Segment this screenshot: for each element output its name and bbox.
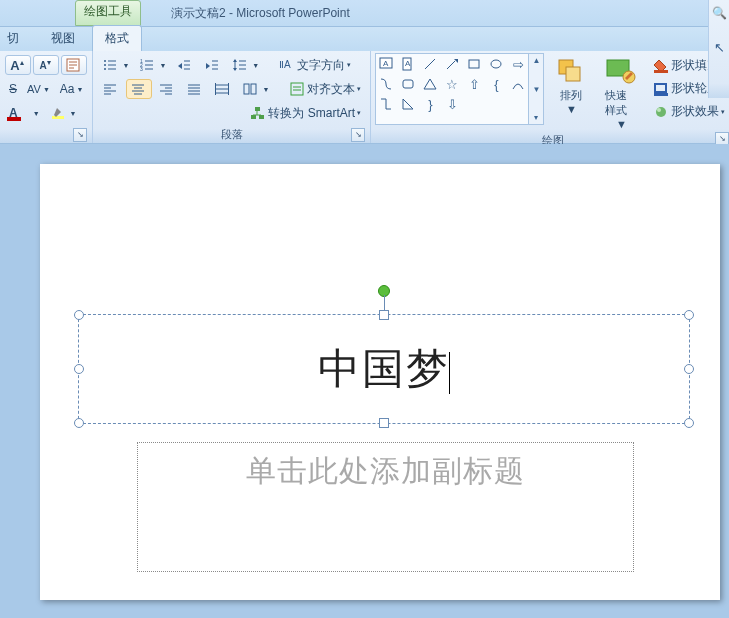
svg-marker-74: [403, 99, 413, 109]
find-icon[interactable]: 🔍: [712, 6, 727, 20]
svg-rect-81: [654, 93, 668, 96]
tab-format[interactable]: 格式: [92, 25, 142, 51]
shape-rbrace-icon[interactable]: }: [422, 96, 438, 112]
clear-format-icon: [65, 57, 81, 73]
line-spacing-button[interactable]: ▼: [228, 55, 263, 75]
align-justify-button[interactable]: [182, 79, 208, 99]
tab-cut[interactable]: 切: [4, 25, 22, 51]
shape-star-icon[interactable]: ☆: [444, 76, 460, 92]
svg-line-67: [425, 59, 435, 69]
title-placeholder[interactable]: 中国梦: [78, 314, 690, 424]
shapes-gallery[interactable]: A A ⇨ ☆ ⇧ { } ⇩: [375, 53, 529, 125]
resize-handle[interactable]: [684, 418, 694, 428]
align-center-icon: [130, 81, 146, 97]
svg-text:A: A: [405, 59, 411, 68]
svg-point-71: [491, 60, 501, 68]
convert-smartart-button[interactable]: 转换为 SmartArt▾: [246, 103, 365, 124]
shape-curve-icon[interactable]: [510, 76, 526, 92]
shape-effects-button[interactable]: 形状效果▾: [649, 101, 729, 122]
shape-rtriangle-icon[interactable]: [400, 96, 416, 112]
svg-point-82: [656, 107, 666, 117]
grow-font-button[interactable]: A▴: [5, 55, 31, 75]
clear-format-button[interactable]: [61, 55, 87, 75]
highlight-button[interactable]: ▼: [46, 103, 81, 123]
shape-triangle-icon[interactable]: [422, 76, 438, 92]
window-title: 演示文稿2 - Microsoft PowerPoint: [171, 5, 350, 22]
font-color-button[interactable]: A▼: [5, 103, 44, 123]
resize-handle[interactable]: [684, 310, 694, 320]
shape-line-icon[interactable]: [422, 56, 438, 72]
text-direction-icon: ⅡA: [279, 57, 295, 73]
svg-rect-54: [251, 84, 256, 94]
ribbon-overflow-strip: 🔍 ↖: [708, 0, 729, 98]
align-right-button[interactable]: [154, 79, 180, 99]
arrange-icon: [555, 56, 587, 88]
columns-icon: [242, 81, 258, 97]
align-center-button[interactable]: [126, 79, 152, 99]
change-case-button[interactable]: Aa▼: [56, 80, 88, 98]
text-direction-button[interactable]: ⅡA文字方向▾: [275, 55, 355, 76]
resize-handle[interactable]: [379, 418, 389, 428]
increase-indent-button[interactable]: [200, 55, 226, 75]
svg-rect-80: [655, 84, 666, 92]
slide-canvas[interactable]: 中国梦 单击此处添加副标题: [40, 164, 720, 600]
decrease-indent-button[interactable]: [172, 55, 198, 75]
resize-handle[interactable]: [74, 310, 84, 320]
shape-arrowu-icon[interactable]: ⇧: [466, 76, 482, 92]
columns-button[interactable]: ▼: [238, 79, 273, 99]
svg-rect-52: [228, 83, 229, 95]
subtitle-placeholder-text: 单击此处添加副标题: [246, 451, 525, 492]
strikethrough-button[interactable]: S: [5, 80, 21, 98]
shape-oval-icon[interactable]: [488, 56, 504, 72]
resize-handle[interactable]: [74, 364, 84, 374]
slide-area: 中国梦 单击此处添加副标题: [0, 144, 729, 618]
shape-roundrect-icon[interactable]: [400, 76, 416, 92]
decrease-indent-icon: [176, 57, 192, 73]
svg-rect-58: [255, 107, 260, 111]
shape-connector-icon[interactable]: [378, 76, 394, 92]
align-text-button[interactable]: 对齐文本▾: [285, 79, 365, 100]
subtitle-placeholder[interactable]: 单击此处添加副标题: [137, 442, 634, 572]
bullets-button[interactable]: ▼: [98, 55, 133, 75]
font-launcher[interactable]: ↘: [73, 128, 87, 142]
shape-lbrace-icon[interactable]: {: [488, 76, 504, 92]
align-left-button[interactable]: [98, 79, 124, 99]
shrink-font-button[interactable]: A▾: [33, 55, 59, 75]
paragraph-launcher[interactable]: ↘: [351, 128, 365, 142]
svg-point-9: [104, 68, 106, 70]
shape-elbow-icon[interactable]: [378, 96, 394, 112]
svg-point-5: [104, 60, 106, 62]
svg-text:3: 3: [140, 66, 143, 72]
contextual-tab-drawing-tools[interactable]: 绘图工具: [75, 0, 141, 26]
bullets-icon: [102, 57, 118, 73]
shape-rect-icon[interactable]: [466, 56, 482, 72]
distributed-button[interactable]: [210, 79, 236, 99]
fill-icon: [653, 58, 669, 74]
align-left-icon: [102, 81, 118, 97]
select-pointer-icon[interactable]: ↖: [714, 40, 725, 55]
shapes-expand[interactable]: ▲▼▾: [529, 53, 544, 125]
group-drawing: A A ⇨ ☆ ⇧ { } ⇩: [371, 51, 729, 143]
quick-styles-button[interactable]: 快速样式▼: [598, 53, 644, 133]
svg-marker-17: [178, 63, 182, 69]
svg-rect-53: [244, 84, 249, 94]
char-spacing-button[interactable]: AV▼: [23, 81, 54, 97]
resize-handle[interactable]: [684, 364, 694, 374]
shape-arrowd-icon[interactable]: ⇩: [444, 96, 460, 112]
shape-textbox-v-icon[interactable]: A: [400, 56, 416, 72]
smartart-icon: [250, 105, 266, 121]
tab-view[interactable]: 视图: [38, 25, 88, 51]
title-text[interactable]: 中国梦: [79, 315, 689, 423]
shape-textbox-icon[interactable]: A: [378, 56, 394, 72]
shape-arrowr-icon[interactable]: ⇨: [510, 56, 526, 72]
numbering-icon: 123: [139, 57, 155, 73]
group-font-partial: A▴ A▾ S AV▼ Aa▼ A▼ ▼ ↘: [0, 51, 93, 143]
numbering-button[interactable]: 123▼: [135, 55, 170, 75]
resize-handle[interactable]: [379, 310, 389, 320]
svg-rect-4: [52, 116, 64, 119]
resize-handle[interactable]: [74, 418, 84, 428]
svg-marker-21: [206, 63, 210, 69]
shape-arrow-icon[interactable]: [444, 56, 460, 72]
align-right-icon: [158, 81, 174, 97]
arrange-button[interactable]: 排列▼: [548, 53, 594, 118]
